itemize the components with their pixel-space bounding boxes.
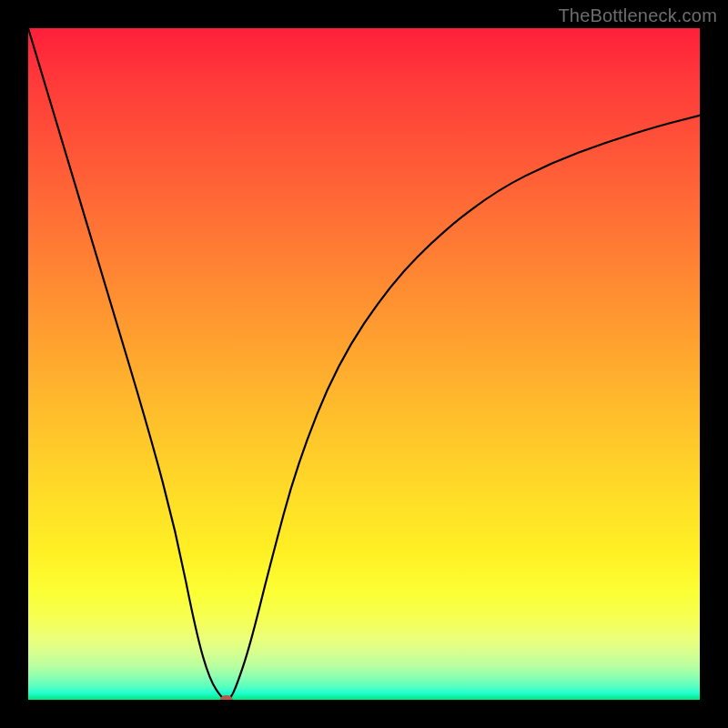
chart-frame: TheBottleneck.com <box>0 0 728 728</box>
bottleneck-curve <box>28 28 700 700</box>
curve-layer <box>28 28 700 700</box>
optimal-point-marker <box>220 695 233 700</box>
plot-area <box>28 28 700 700</box>
watermark-text: TheBottleneck.com <box>558 5 717 26</box>
